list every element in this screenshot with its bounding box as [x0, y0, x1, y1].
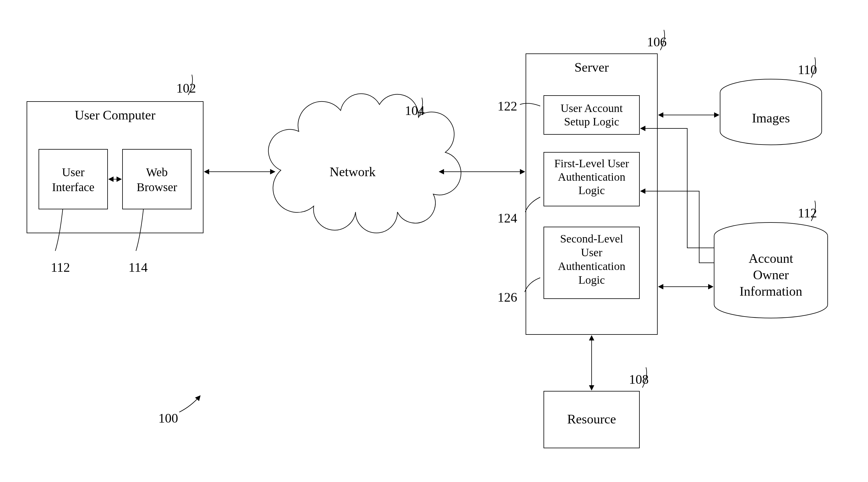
auth2-l2: User — [581, 246, 602, 259]
diagram-canvas: User Computer User Interface Web Browser… — [0, 0, 868, 482]
ref-100: 100 — [158, 411, 178, 425]
images-db-label: Images — [752, 111, 790, 125]
setup-logic-l1: User Account — [561, 102, 623, 115]
ref-122: 122 — [497, 99, 517, 114]
setup-logic-l2: Setup Logic — [564, 115, 619, 128]
ref-114: 114 — [128, 260, 148, 275]
ref-104: 104 — [405, 103, 425, 118]
user-interface-l1: User — [62, 165, 85, 179]
ref-108: 108 — [629, 372, 649, 387]
auth2-l3: Authentication — [558, 260, 625, 272]
ref-112: 112 — [51, 260, 70, 275]
auth2-l4: Logic — [579, 274, 605, 286]
account-db-l1: Account — [748, 251, 793, 266]
web-browser-box — [123, 149, 191, 209]
account-db-l2: Owner — [753, 267, 789, 282]
ref-106: 106 — [647, 35, 666, 49]
setup-logic-box — [544, 96, 640, 134]
lead-100 — [179, 396, 200, 412]
account-db-l3: Information — [740, 284, 802, 299]
network-cloud — [268, 94, 461, 233]
auth1-l1: First-Level User — [554, 157, 629, 170]
ref-124: 124 — [497, 211, 517, 225]
auth2-l1: Second-Level — [560, 232, 623, 245]
auth1-l2: Authentication — [558, 170, 625, 183]
resource-label: Resource — [567, 412, 616, 426]
ref-102: 102 — [176, 81, 196, 96]
user-interface-box — [39, 149, 107, 209]
web-browser-l2: Browser — [136, 181, 177, 194]
ref-110: 110 — [798, 62, 817, 77]
ref-112b: 112 — [798, 206, 817, 220]
user-interface-l2: Interface — [52, 181, 94, 194]
network-label: Network — [330, 165, 376, 179]
server-title: Server — [575, 60, 609, 75]
auth1-l3: Logic — [579, 184, 605, 196]
user-computer-title: User Computer — [75, 108, 155, 123]
ref-126: 126 — [497, 290, 517, 304]
web-browser-l1: Web — [146, 165, 167, 179]
